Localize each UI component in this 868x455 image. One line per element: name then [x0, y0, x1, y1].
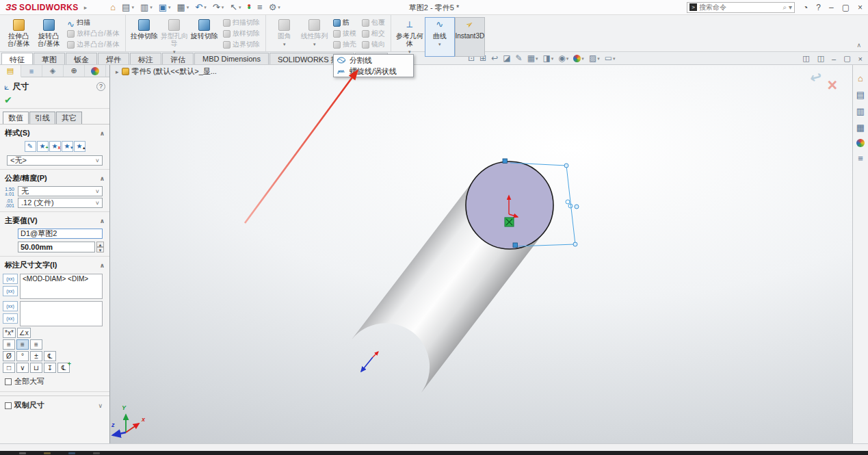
ok-button[interactable]: ✔: [4, 94, 12, 105]
swept-boss-base-button[interactable]: 扫描: [65, 17, 122, 28]
ribbon-tab[interactable]: 草图: [34, 53, 65, 64]
taskbar-item[interactable]: [44, 452, 51, 454]
file-properties-icon[interactable]: ≡▾: [257, 3, 263, 12]
dim-text-angle-button[interactable]: ∠x: [17, 328, 31, 338]
align-center-button[interactable]: ≡: [16, 339, 29, 350]
taskbar-item[interactable]: [93, 452, 100, 454]
design-library-icon[interactable]: ▤: [856, 90, 865, 100]
swept-cut-button[interactable]: 扫描切除: [221, 17, 262, 28]
more-symbols-button[interactable]: ℄+: [57, 363, 70, 373]
restore-icon[interactable]: ▢: [842, 3, 850, 12]
callout-value-button-2[interactable]: (xx): [3, 301, 18, 311]
wrap-button[interactable]: 包覆: [360, 17, 387, 28]
new-window-icon[interactable]: ◫: [817, 54, 824, 63]
intersect-button[interactable]: 相交: [360, 28, 387, 39]
save-icon[interactable]: ▣▾: [159, 3, 171, 12]
flyout-feature-tree[interactable]: ▸ 零件5 (默认<<默认>_显...: [116, 66, 217, 77]
doc-minimize-icon[interactable]: –: [832, 55, 836, 63]
configuration-manager-tab[interactable]: ◈: [42, 65, 64, 77]
menu-expand-caret-icon[interactable]: ▸: [84, 4, 88, 11]
previous-view-icon[interactable]: ↩: [491, 54, 498, 63]
taskbar-item[interactable]: [19, 452, 26, 454]
search-options-caret-icon[interactable]: ▾: [789, 3, 792, 11]
rebuild-icon[interactable]: ●▾: [248, 3, 251, 12]
linear-pattern-button[interactable]: 线性阵列: [300, 17, 330, 49]
open-icon[interactable]: ▥▾: [140, 3, 153, 12]
section-view-icon[interactable]: ◪: [503, 54, 510, 63]
align-right-button[interactable]: ≡: [30, 339, 42, 350]
print-icon[interactable]: ▦▾: [177, 3, 189, 12]
view-orientation-icon[interactable]: ▦: [527, 54, 538, 63]
close-icon[interactable]: ×: [858, 3, 863, 12]
tolerance-section-header[interactable]: 公差/精度(P): [0, 170, 109, 185]
align-left-button[interactable]: ≡: [3, 339, 15, 350]
dimension-text-input-2[interactable]: [20, 301, 103, 326]
appearances-icon[interactable]: [856, 139, 865, 147]
ribbon-tab[interactable]: 特征: [1, 53, 33, 64]
ribbon-tab[interactable]: 焊件: [98, 53, 129, 64]
split-view-icon[interactable]: ◫: [802, 54, 809, 63]
hole-wizard-button[interactable]: 异型孔向导: [159, 17, 189, 57]
hide-show-items-icon[interactable]: ◉: [558, 54, 568, 63]
search-input[interactable]: [699, 3, 780, 11]
doc-close-icon[interactable]: ×: [858, 55, 863, 63]
edit-appearance-icon[interactable]: [573, 55, 584, 62]
lofted-cut-button[interactable]: 放样切除: [221, 28, 262, 39]
unit-precision-select[interactable]: .12 (文件): [18, 198, 103, 208]
tree-expand-icon[interactable]: ▸: [116, 68, 119, 75]
load-style-button[interactable]: ★▴: [74, 141, 86, 152]
redo-icon[interactable]: ↷▾: [213, 3, 224, 12]
display-manager-tab[interactable]: [85, 65, 106, 77]
spin-up-icon[interactable]: ▲: [96, 242, 104, 247]
help-icon[interactable]: ?: [96, 82, 105, 91]
spin-down-icon[interactable]: ▼: [96, 247, 104, 252]
dim-text-position-button[interactable]: *x*: [3, 328, 16, 338]
fillet-button[interactable]: 圆角: [269, 17, 300, 49]
home-icon[interactable]: ⌂▾: [110, 3, 116, 12]
all-caps-checkbox[interactable]: [5, 378, 12, 385]
mirror-button[interactable]: 镜向: [360, 39, 387, 50]
view-settings-icon[interactable]: ▭: [605, 54, 616, 63]
primary-value-header[interactable]: 主要值(V): [0, 212, 109, 227]
extruded-boss-base-button[interactable]: 拉伸凸台/基体: [3, 17, 34, 49]
boundary-cut-button[interactable]: 边界切除: [221, 39, 262, 50]
plus-minus-symbol-button[interactable]: ±: [30, 351, 42, 361]
extruded-cut-button[interactable]: 拉伸切除: [129, 17, 159, 57]
doc-restore-icon[interactable]: ▢: [843, 54, 850, 63]
style-section-header[interactable]: 样式(S): [0, 125, 109, 140]
file-explorer-icon[interactable]: ▥: [856, 106, 865, 116]
help-icon[interactable]: ?: [816, 3, 821, 12]
style-select[interactable]: <无>: [7, 155, 103, 166]
search-icon[interactable]: ⌕: [782, 3, 787, 12]
save-style-button[interactable]: ★▾: [62, 141, 73, 152]
revolved-boss-base-button[interactable]: 旋转凸台/基体: [34, 17, 64, 49]
custom-properties-icon[interactable]: ≡: [858, 153, 863, 164]
add-style-button[interactable]: ★+: [37, 141, 49, 152]
square-symbol-button[interactable]: □: [3, 363, 15, 373]
menu-item-helix-spiral[interactable]: 螺旋线/涡状线: [334, 66, 413, 77]
counterbore-symbol-button[interactable]: ⊔: [30, 363, 42, 373]
lofted-boss-base-button[interactable]: 放样凸台/基体: [65, 28, 122, 39]
display-style-icon[interactable]: ◨: [543, 54, 554, 63]
set-default-style-button[interactable]: ✎: [25, 141, 36, 152]
tolerance-type-select[interactable]: 无: [18, 186, 103, 196]
dimension-name-field[interactable]: [18, 229, 103, 239]
graphics-viewport[interactable]: ▸ 零件5 (默认<<默认>_显...: [110, 65, 852, 443]
dimension-value-button[interactable]: (xx): [3, 286, 18, 296]
countersink-symbol-button[interactable]: ∨: [16, 363, 29, 373]
dimension-text-header[interactable]: 标注尺寸文字(I): [0, 257, 109, 272]
draft-button[interactable]: 拔模: [331, 28, 358, 39]
dimension-text-input[interactable]: [20, 274, 103, 299]
revolved-cut-button[interactable]: 旋转切除: [189, 17, 220, 57]
dual-dimension-checkbox[interactable]: [5, 402, 12, 409]
dimxpert-manager-tab[interactable]: ⊕: [64, 65, 85, 77]
menu-item-split-line[interactable]: 分割线: [334, 55, 413, 66]
curves-button[interactable]: 曲线: [425, 17, 455, 57]
command-search-box[interactable]: > ⌕ ▾: [687, 2, 795, 13]
apply-scene-icon[interactable]: ▨: [589, 54, 600, 63]
centerline-symbol-button[interactable]: ℄: [44, 351, 56, 361]
ribbon-tab[interactable]: 钣金: [66, 53, 97, 64]
new-document-icon[interactable]: ▤▾: [122, 3, 134, 12]
property-manager-tab[interactable]: ▤: [0, 65, 21, 77]
undo-icon[interactable]: ↶▾: [195, 3, 206, 12]
